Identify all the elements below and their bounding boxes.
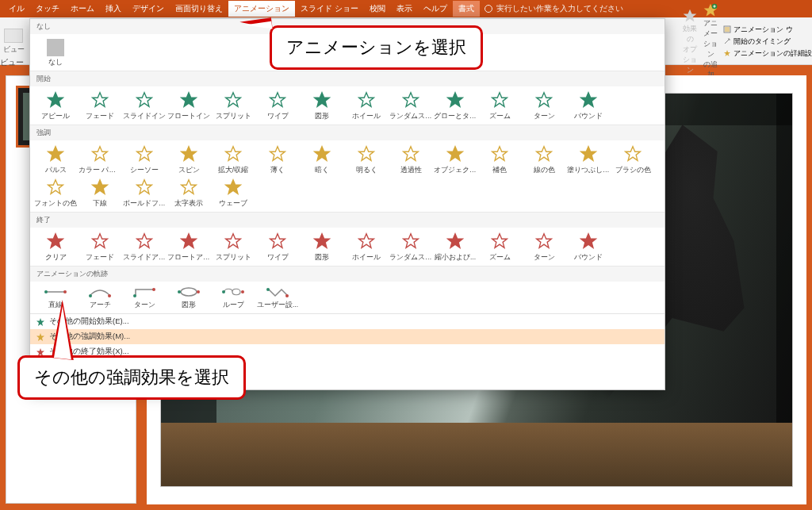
star-icon [136,145,153,164]
anim-item-1-14[interactable]: フォントの色 [33,177,78,210]
svg-marker-5 [48,93,63,106]
anim-item-1-4[interactable]: 拡大/収縮 [211,144,255,177]
anim-item-0-4[interactable]: スプリット [211,90,255,123]
svg-marker-7 [137,93,151,106]
anim-item-1-8[interactable]: 透過性 [389,144,433,177]
anim-item-1-3[interactable]: スピン [167,144,211,177]
anim-item-1-11[interactable]: 線の色 [522,144,566,177]
svg-point-63 [285,294,289,297]
gallery-footer-item-0[interactable]: その他の開始効果(E)... [30,314,665,329]
ribbon-tab-2[interactable]: ホーム [65,1,100,17]
anim-item-1-16[interactable]: ボールドフラ... [122,177,167,210]
anim-item-0-12[interactable]: バウンド [566,90,611,123]
svg-marker-24 [315,147,329,160]
svg-point-61 [241,290,244,293]
star-icon [180,91,197,110]
star-icon [269,91,286,110]
star-icon [358,232,375,251]
tell-me-search[interactable]: 実行したい作業を入力してください [485,3,623,14]
svg-marker-12 [359,93,373,106]
anim-item-2-4[interactable]: スプリット [211,231,255,264]
anim-item-2-10[interactable]: ズーム [477,231,522,264]
anim-item-3-4[interactable]: ループ [211,285,255,312]
anim-item-0-10[interactable]: ズーム [477,90,522,123]
anim-item-1-0[interactable]: パルス [33,144,78,177]
svg-point-55 [133,294,136,297]
anim-item-1-5[interactable]: 薄く [255,144,300,177]
svg-point-56 [152,288,155,291]
anim-item-0-6[interactable]: 図形 [300,90,344,123]
anim-item-1-1[interactable]: カラー パルス [78,144,122,177]
ribbon-tab-3[interactable]: 挿入 [100,1,127,17]
anim-item-2-7[interactable]: ホイール [344,231,389,264]
anim-item-1-18[interactable]: ウェーブ [211,177,255,210]
svg-marker-16 [537,93,551,106]
ribbon-link-1[interactable]: 開始のタイミング [723,36,812,47]
ribbon-tab-0[interactable]: イル [3,1,30,17]
ribbon-tab-8[interactable]: 校閲 [364,1,391,17]
anim-item-0-2[interactable]: スライドイン [122,90,167,123]
ribbon-tab-10[interactable]: ヘルプ [418,1,453,17]
anim-item-0-5[interactable]: ワイプ [255,90,300,123]
anim-item-2-6[interactable]: 図形 [300,231,344,264]
anim-item-2-2[interactable]: スライドアウト [122,231,167,264]
ribbon-tab-11[interactable]: 書式 [453,1,480,17]
animation-none[interactable]: なし [33,37,78,69]
svg-marker-49 [581,234,596,247]
star-icon [47,91,64,110]
anim-item-2-3[interactable]: フロートアウト [167,231,211,264]
effect-options-button: 効果の オプション [682,8,698,75]
anim-item-1-13[interactable]: ブラシの色 [611,144,655,177]
svg-point-59 [197,290,200,293]
ribbon-vlinks: アニメーション ウ開始のタイミングアニメーションの詳細設 [723,25,812,59]
anim-item-0-11[interactable]: ターン [522,90,566,123]
anim-item-1-7[interactable]: 明るく [344,144,389,177]
anim-item-1-10[interactable]: 補色 [477,144,522,177]
svg-point-62 [266,288,270,291]
gallery-row-3: 直線アーチターン図形ループユーザー設... [30,282,665,313]
anim-item-0-7[interactable]: ホイール [344,90,389,123]
anim-item-1-9[interactable]: オブジェクト ... [433,144,477,177]
add-animation-button[interactable]: アニメーション の追加 [703,2,718,80]
anim-item-2-12[interactable]: バウンド [566,231,611,264]
anim-item-1-17[interactable]: 太字表示 [167,177,211,210]
anim-item-2-8[interactable]: ランダムスト... [389,231,433,264]
anim-item-0-0[interactable]: アピール [33,90,78,123]
anim-item-3-2[interactable]: ターン [122,285,167,312]
anim-item-0-1[interactable]: フェード [78,90,122,123]
ribbon-tab-6[interactable]: アニメーション [228,1,295,17]
ribbon-tab-4[interactable]: デザイン [127,1,170,17]
svg-point-58 [178,290,181,293]
ribbon-tab-7[interactable]: スライド ショー [295,1,364,17]
star-icon [180,145,197,164]
anim-item-1-12[interactable]: 塗りつぶしの色 [566,144,611,177]
anim-item-2-0[interactable]: クリア [33,231,78,264]
anim-item-2-11[interactable]: ターン [522,231,566,264]
svg-marker-48 [537,234,551,247]
anim-item-2-5[interactable]: ワイプ [255,231,300,264]
ribbon-tab-5[interactable]: 画面切り替え [170,1,228,17]
anim-item-0-9[interactable]: グローとターン [433,90,477,123]
anim-item-1-2[interactable]: シーソー [122,144,167,177]
anim-item-3-1[interactable]: アーチ [78,285,122,312]
bulb-icon [485,5,492,13]
anim-item-0-3[interactable]: フロートイン [167,90,211,123]
svg-marker-29 [537,147,551,160]
anim-item-0-8[interactable]: ランダムスト... [389,90,433,123]
ribbon-link-0[interactable]: アニメーション ウ [723,25,812,35]
anim-item-3-5[interactable]: ユーザー設... [255,285,300,312]
ribbon-tab-9[interactable]: 表示 [391,1,418,17]
ribbon-link-2[interactable]: アニメーションの詳細設 [723,48,812,59]
svg-point-52 [63,290,67,293]
anim-item-3-3[interactable]: 図形 [167,285,211,312]
anim-item-2-9[interactable]: 縮小および... [433,231,477,264]
svg-marker-22 [226,147,240,160]
anim-item-2-1[interactable]: フェード [78,231,122,264]
gallery-row-2: クリアフェードスライドアウトフロートアウトスプリットワイプ図形ホイールランダムス… [30,228,665,266]
star-icon [224,178,242,197]
gallery-footer-item-1[interactable]: その他の強調効果(M)... [30,329,665,344]
ribbon-tab-1[interactable]: タッチ [30,1,65,17]
anim-item-1-6[interactable]: 暗く [300,144,344,177]
anim-item-1-15[interactable]: 下線 [78,177,122,210]
svg-marker-45 [404,234,418,247]
